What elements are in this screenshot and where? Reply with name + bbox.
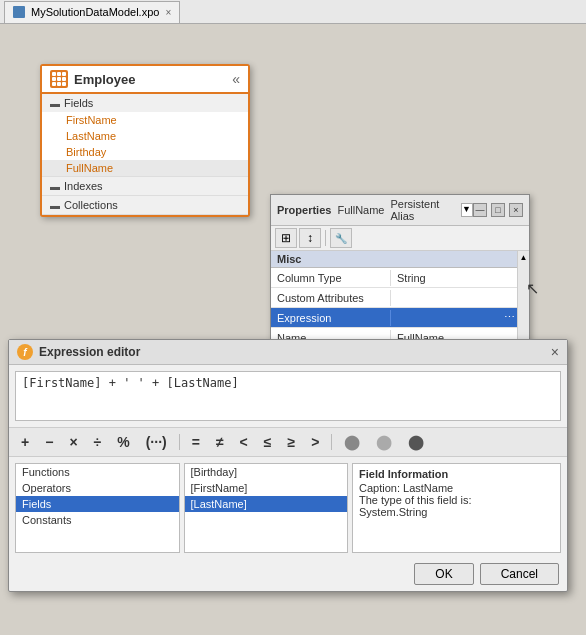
op-minus[interactable]: − [41, 432, 57, 452]
field-birthday[interactable]: Birthday [42, 144, 248, 160]
properties-row-custom-attrs: Custom Attributes [271, 288, 517, 308]
properties-scrollbar[interactable]: ▲ ▼ [517, 251, 529, 348]
properties-close-button[interactable]: × [509, 203, 523, 217]
field-info-title: Field Information [359, 468, 554, 480]
field-list: FirstName LastName Birthday FullName [42, 112, 248, 176]
field-fullname[interactable]: FullName [42, 160, 248, 176]
properties-rows: Column Type String Custom Attributes Exp… [271, 268, 517, 348]
op-circle-right[interactable]: ⬤ [404, 432, 428, 452]
tab-label: MySolutionDataModel.xpo [31, 6, 159, 18]
op-not-equals[interactable]: ≠ [212, 432, 228, 452]
field-lastname-item[interactable]: [LastName] [185, 496, 348, 512]
custom-attrs-label: Custom Attributes [271, 290, 391, 306]
category-constants[interactable]: Constants [16, 512, 179, 528]
op-equals[interactable]: = [188, 432, 204, 452]
properties-grid-view-button[interactable]: ⊞ [275, 228, 297, 248]
indexes-section-label: Indexes [64, 180, 103, 192]
category-operators[interactable]: Operators [16, 480, 179, 496]
expression-editor: f Expression editor × [FirstName] + ' ' … [8, 339, 568, 592]
op-less-equal[interactable]: ≤ [260, 432, 276, 452]
field-info-caption: Caption: LastName [359, 482, 554, 494]
properties-panel: Properties FullName Persistent Alias ▼ —… [270, 194, 530, 349]
dropdown-arrow-icon: ▼ [462, 204, 471, 214]
properties-sort-button[interactable]: ↕ [299, 228, 321, 248]
op-paren-group[interactable]: (···) [142, 432, 171, 452]
entity-title: Employee [74, 72, 135, 87]
expression-operators-bar: + − × ÷ % (···) = ≠ < ≤ ≥ > ⬤ ⬤ ⬤ [9, 427, 567, 457]
expression-ok-button[interactable]: OK [414, 563, 473, 585]
expression-editor-header: f Expression editor × [9, 340, 567, 365]
collections-section: ▬ Collections [42, 196, 248, 215]
op-separator-1 [179, 434, 180, 450]
field-birthday-item[interactable]: [Birthday] [185, 464, 348, 480]
expression-input[interactable]: [FirstName] + ' ' + [LastName] [15, 371, 561, 421]
op-circle-mid[interactable]: ⬤ [372, 432, 396, 452]
category-functions[interactable]: Functions [16, 464, 179, 480]
tab-close-icon[interactable]: × [165, 7, 171, 18]
expression-editor-title: Expression editor [39, 345, 140, 359]
expression-editor-buttons: OK Cancel [9, 559, 567, 591]
properties-field-label: FullName [337, 204, 384, 216]
properties-row-column-type: Column Type String [271, 268, 517, 288]
collections-section-header[interactable]: ▬ Collections [42, 196, 248, 214]
tab-bar: MySolutionDataModel.xpo × [0, 0, 586, 24]
expression-fields-panel: [Birthday] [FirstName] [LastName] [184, 463, 349, 553]
entity-grid-icon [50, 70, 68, 88]
field-lastname[interactable]: LastName [42, 128, 248, 144]
indexes-section-header[interactable]: ▬ Indexes [42, 177, 248, 195]
expression-icon-label: f [23, 347, 26, 358]
expression-text: [FirstName] + ' ' + [LastName] [22, 376, 239, 390]
entity-collapse-button[interactable]: « [232, 71, 240, 87]
entity-box: Employee « ▬ Fields FirstName LastName B… [40, 64, 250, 217]
properties-settings-button[interactable]: 🔧 [330, 228, 352, 248]
column-type-value: String [391, 270, 517, 286]
properties-field-value: Persistent Alias [391, 198, 456, 222]
indexes-section: ▬ Indexes [42, 177, 248, 196]
fields-section-header[interactable]: ▬ Fields [42, 94, 248, 112]
collections-section-label: Collections [64, 199, 118, 211]
scrollbar-up-button[interactable]: ▲ [520, 251, 528, 264]
op-circle-left[interactable]: ⬤ [340, 432, 364, 452]
entity-header: Employee « [42, 66, 248, 94]
fields-section: ▬ Fields FirstName LastName Birthday Ful… [42, 94, 248, 177]
category-fields[interactable]: Fields [16, 496, 179, 512]
op-less-than[interactable]: < [236, 432, 252, 452]
field-firstname-item[interactable]: [FirstName] [185, 480, 348, 496]
expression-value [391, 316, 504, 320]
op-multiply[interactable]: × [65, 432, 81, 452]
op-greater-equal[interactable]: ≥ [283, 432, 299, 452]
solution-tab[interactable]: MySolutionDataModel.xpo × [4, 1, 180, 23]
properties-controls: — □ × [473, 203, 523, 217]
properties-minimize-button[interactable]: — [473, 203, 487, 217]
fields-section-label: Fields [64, 97, 93, 109]
misc-label: Misc [277, 253, 301, 265]
expression-categories-panel: Functions Operators Fields Constants [15, 463, 180, 553]
expression-panels: Functions Operators Fields Constants [Bi… [9, 457, 567, 559]
expression-edit-button[interactable]: ⋯ [504, 311, 515, 324]
op-plus[interactable]: + [17, 432, 33, 452]
expression-editor-icon: f [17, 344, 33, 360]
op-separator-2 [331, 434, 332, 450]
expression-editor-close-button[interactable]: × [551, 344, 559, 360]
properties-header: Properties FullName Persistent Alias ▼ —… [271, 195, 529, 226]
op-percent[interactable]: % [113, 432, 133, 452]
properties-misc-header: Misc [271, 251, 517, 268]
entity-header-left: Employee [50, 70, 135, 88]
expression-editor-header-left: f Expression editor [17, 344, 140, 360]
op-greater-than[interactable]: > [307, 432, 323, 452]
toolbar-separator [325, 230, 326, 246]
tab-icon [13, 6, 25, 18]
properties-toolbar: ⊞ ↕ 🔧 [271, 226, 529, 251]
field-firstname[interactable]: FirstName [42, 112, 248, 128]
indexes-toggle-icon: ▬ [50, 181, 60, 192]
op-divide[interactable]: ÷ [90, 432, 106, 452]
canvas-area: Employee « ▬ Fields FirstName LastName B… [0, 24, 586, 635]
fields-toggle-icon: ▬ [50, 98, 60, 109]
field-info-type-label: The type of this field is: [359, 494, 554, 506]
properties-restore-button[interactable]: □ [491, 203, 505, 217]
properties-grid: Misc Column Type String Custom Attribute… [271, 251, 529, 348]
properties-row-expression[interactable]: Expression ⋯ [271, 308, 517, 328]
field-info-type-value: System.String [359, 506, 554, 518]
expression-label: Expression [271, 310, 391, 326]
expression-cancel-button[interactable]: Cancel [480, 563, 559, 585]
